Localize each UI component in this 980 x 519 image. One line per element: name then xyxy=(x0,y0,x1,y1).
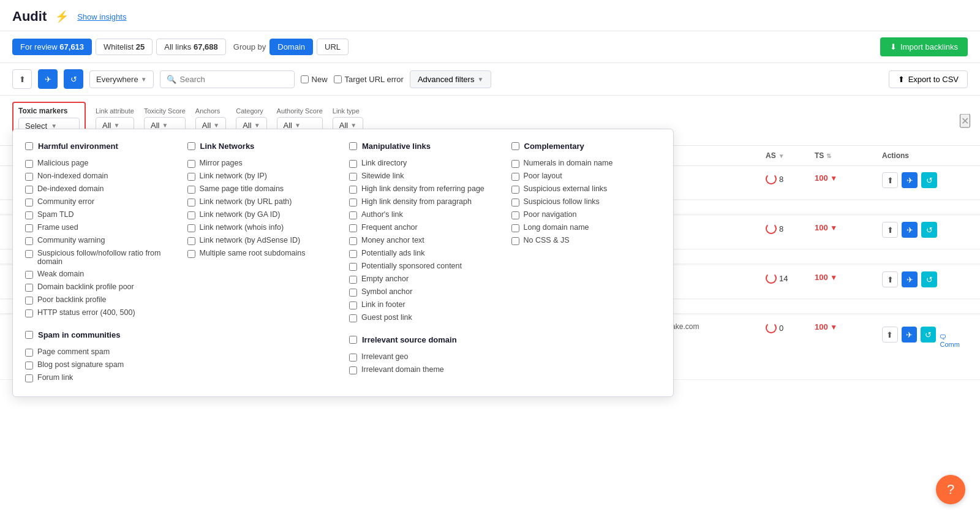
expand-icon[interactable]: ▼ xyxy=(830,323,837,331)
list-item[interactable]: Suspicious follow links xyxy=(511,195,662,208)
list-item[interactable]: Same page title domains xyxy=(187,183,337,195)
irrelevant-domain-title: Irrelevant source domain xyxy=(362,335,457,344)
list-item[interactable]: Page comment spam xyxy=(25,346,175,358)
toxic-markers-dropdown: Harmful environment Malicious page Non-i… xyxy=(12,129,674,397)
list-item[interactable]: Author's link xyxy=(349,208,499,221)
list-item[interactable]: Empty anchor xyxy=(349,273,499,286)
close-adv-filters-btn[interactable]: ✕ xyxy=(960,113,970,127)
list-item[interactable]: Link network (by GA ID) xyxy=(187,208,337,221)
list-item[interactable]: Irrelevant geo xyxy=(349,350,499,363)
list-item[interactable]: Link network (by AdSense ID) xyxy=(187,234,337,247)
all-links-tab[interactable]: All links 67,688 xyxy=(156,39,225,55)
list-item[interactable]: Link network (by URL path) xyxy=(187,195,337,208)
list-item[interactable]: Spam TLD xyxy=(25,208,175,221)
expand-icon[interactable]: ▼ xyxy=(830,224,837,232)
list-item[interactable]: Suspicious follow/nofollow ratio from do… xyxy=(25,247,175,268)
send-action-btn[interactable]: ✈ xyxy=(902,271,918,287)
list-item[interactable]: Potentially sponsored content xyxy=(349,260,499,273)
list-item[interactable]: Symbol anchor xyxy=(349,286,499,298)
complementary-checkbox[interactable] xyxy=(511,142,519,150)
send-action-btn[interactable]: ✈ xyxy=(902,172,918,188)
export-csv-btn[interactable]: ⬆ Export to CSV xyxy=(889,70,968,88)
show-insights-link[interactable]: Show insights xyxy=(77,12,126,21)
new-checkbox-label[interactable]: New xyxy=(301,75,328,84)
export-icon-btn[interactable]: ⬆ xyxy=(12,69,32,89)
refresh-icon-btn[interactable]: ↺ xyxy=(64,69,83,89)
group-url-btn[interactable]: URL xyxy=(317,39,349,55)
whitelist-tab[interactable]: Whitelist 25 xyxy=(96,39,153,55)
list-item[interactable]: Poor navigation xyxy=(511,208,662,221)
list-item[interactable]: Link network (whois info) xyxy=(187,221,337,234)
export-action-btn[interactable]: ⬆ xyxy=(882,327,898,343)
list-item[interactable]: Link network (by IP) xyxy=(187,170,337,183)
for-review-tab[interactable]: For review 67,613 xyxy=(12,39,92,55)
disavow-action-btn[interactable]: ↺ xyxy=(921,222,937,238)
send-action-btn[interactable]: ✈ xyxy=(902,327,917,343)
group-domain-btn[interactable]: Domain xyxy=(270,39,313,55)
list-item[interactable]: No CSS & JS xyxy=(511,234,662,247)
disavow-action-btn[interactable]: ↺ xyxy=(921,327,936,343)
list-item[interactable]: Frame used xyxy=(25,221,175,234)
new-checkbox[interactable] xyxy=(301,75,309,83)
list-item[interactable]: Forum link xyxy=(25,371,175,384)
list-item[interactable]: Poor layout xyxy=(511,170,662,183)
list-item[interactable]: Mirror pages xyxy=(187,157,337,170)
list-item[interactable]: De-indexed domain xyxy=(25,183,175,195)
import-backlinks-btn[interactable]: ⬇ Import backlinks xyxy=(880,37,968,56)
irrelevant-domain-checkbox[interactable] xyxy=(349,336,357,344)
harmful-env-title: Harmful environment xyxy=(38,142,118,151)
search-input[interactable] xyxy=(180,75,288,84)
list-item[interactable]: Community error xyxy=(25,195,175,208)
comment-button[interactable]: 🗨 Comm xyxy=(940,333,968,348)
location-value: Everywhere xyxy=(96,75,138,84)
list-item[interactable]: High link density from referring page xyxy=(349,183,499,195)
expand-icon[interactable]: ▼ xyxy=(830,174,837,183)
list-item[interactable]: Community warning xyxy=(25,234,175,247)
target-url-checkbox[interactable] xyxy=(334,75,342,83)
actions-cell: ⬆ ✈ ↺ xyxy=(882,271,968,287)
list-item[interactable]: Non-indexed domain xyxy=(25,170,175,183)
location-dropdown[interactable]: Everywhere ▼ xyxy=(89,70,154,88)
list-item[interactable]: Money anchor text xyxy=(349,234,499,247)
list-item[interactable]: High link density from paragraph xyxy=(349,195,499,208)
list-item[interactable]: Weak domain xyxy=(25,268,175,281)
list-item[interactable]: Multiple same root subdomains xyxy=(187,247,337,260)
list-item[interactable]: Suspicious external links xyxy=(511,183,662,195)
as-col-header[interactable]: AS ▼ xyxy=(766,151,815,160)
list-item[interactable]: Irrelevant domain theme xyxy=(349,363,499,376)
harmful-env-checkbox[interactable] xyxy=(25,142,33,150)
list-item[interactable]: Link in footer xyxy=(349,298,499,311)
expand-icon[interactable]: ▼ xyxy=(830,273,837,282)
list-item[interactable]: Sitewide link xyxy=(349,170,499,183)
download-icon: ⬇ xyxy=(890,42,897,51)
filter-icon-btn[interactable]: ✈ xyxy=(38,69,58,89)
list-item[interactable]: Poor backlink profile xyxy=(25,294,175,306)
help-button[interactable]: ? xyxy=(936,475,965,504)
manipulative-links-checkbox[interactable] xyxy=(349,142,357,150)
list-item[interactable]: Blog post signature spam xyxy=(25,358,175,371)
list-item[interactable]: Domain backlink profile poor xyxy=(25,281,175,294)
export-action-btn[interactable]: ⬆ xyxy=(882,172,898,188)
export-action-btn[interactable]: ⬆ xyxy=(882,222,898,238)
disavow-action-btn[interactable]: ↺ xyxy=(921,271,937,287)
list-item[interactable]: Malicious page xyxy=(25,157,175,170)
search-box[interactable]: 🔍 xyxy=(160,70,295,88)
spam-communities-checkbox[interactable] xyxy=(25,331,33,339)
advanced-filters-btn[interactable]: Advanced filters ▼ xyxy=(410,70,491,88)
export-action-btn[interactable]: ⬆ xyxy=(882,271,898,287)
send-action-btn[interactable]: ✈ xyxy=(902,222,918,238)
question-mark-icon: ? xyxy=(947,482,954,498)
disavow-action-btn[interactable]: ↺ xyxy=(921,172,937,188)
anchors-label: Anchors xyxy=(195,107,226,115)
list-item[interactable]: Link directory xyxy=(349,157,499,170)
ts-col-header[interactable]: TS ⇅ xyxy=(815,151,882,160)
list-item[interactable]: Guest post link xyxy=(349,311,499,324)
list-item[interactable]: Potentially ads link xyxy=(349,247,499,260)
link-networks-checkbox[interactable] xyxy=(187,142,195,150)
target-url-checkbox-label[interactable]: Target URL error xyxy=(334,75,404,84)
comment-btn2[interactable]: 🗨 Comm xyxy=(940,333,968,348)
list-item[interactable]: HTTP status error (400, 500) xyxy=(25,306,175,319)
list-item[interactable]: Numerals in domain name xyxy=(511,157,662,170)
list-item[interactable]: Long domain name xyxy=(511,221,662,234)
list-item[interactable]: Frequent anchor xyxy=(349,221,499,234)
